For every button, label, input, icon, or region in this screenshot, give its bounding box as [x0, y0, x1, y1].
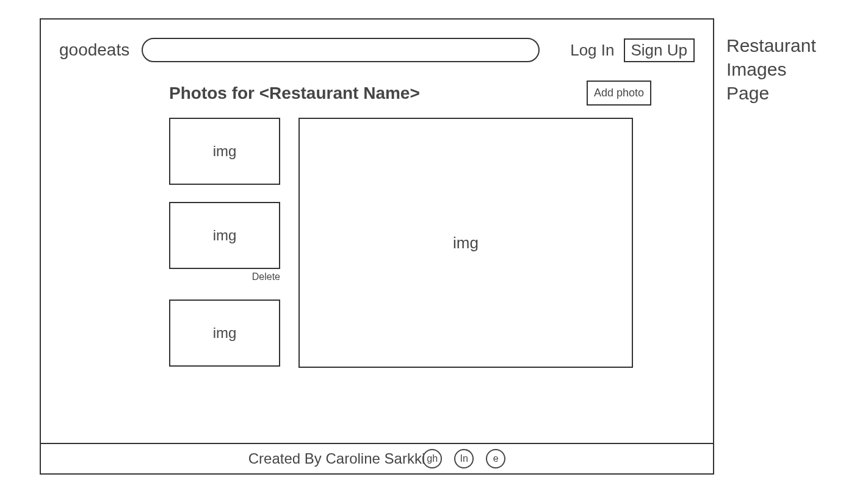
delete-link[interactable]: Delete [252, 271, 280, 282]
github-icon[interactable]: gh [422, 449, 442, 468]
add-photo-button[interactable]: Add photo [587, 81, 651, 106]
content: Photos for <Restaurant Name> Add photo i… [41, 62, 713, 368]
email-icon[interactable]: e [486, 449, 505, 468]
annotation-line: Restaurant [726, 34, 816, 57]
page-annotation: Restaurant Images Page [726, 34, 816, 105]
thumbnail-image[interactable]: img [169, 202, 280, 269]
thumb-wrapper: img [169, 118, 280, 185]
thumbs-column: img img Delete img [169, 118, 280, 368]
annotation-line: Images [726, 57, 816, 81]
title-row: Photos for <Restaurant Name> Add photo [169, 81, 651, 106]
annotation-line: Page [726, 81, 816, 105]
auth-section: Log In Sign Up [570, 38, 695, 62]
signup-button[interactable]: Sign Up [624, 38, 695, 62]
linkedin-icon[interactable]: In [454, 449, 474, 468]
footer-text-wrap: Created By Caroline Sarkki gh [248, 449, 442, 468]
footer-text: Created By Caroline Sarkki [248, 450, 425, 467]
page-frame: goodeats Log In Sign Up Photos for <Rest… [40, 18, 714, 475]
thumbnail-image[interactable]: img [169, 118, 280, 185]
search-input[interactable] [142, 38, 540, 62]
gallery: img img Delete img img [169, 118, 695, 368]
footer: Created By Caroline Sarkki gh In e [41, 443, 713, 473]
thumb-wrapper: img [169, 300, 280, 367]
main-image[interactable]: img [298, 118, 633, 368]
header: goodeats Log In Sign Up [41, 20, 713, 62]
thumbnail-image[interactable]: img [169, 300, 280, 367]
page-title: Photos for <Restaurant Name> [169, 84, 420, 103]
thumb-wrapper: img Delete [169, 202, 280, 282]
login-link[interactable]: Log In [570, 41, 614, 60]
logo[interactable]: goodeats [59, 40, 129, 60]
